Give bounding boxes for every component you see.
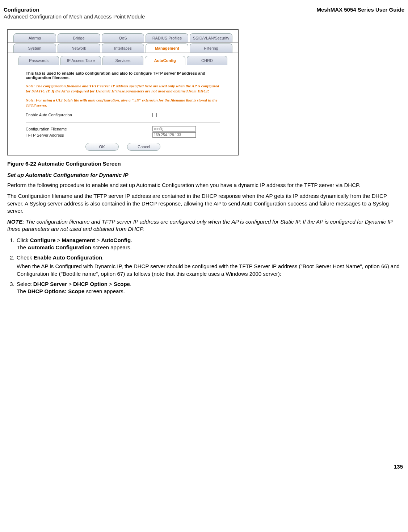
- footer-rule: [4, 462, 404, 462]
- config-screenshot: Alarms Bridge QoS RADIUS Profiles SSID/V…: [7, 29, 239, 155]
- step-1-screenname: Automatic Configuration: [28, 244, 91, 250]
- enable-autoconfig-label: Enable Auto Configuration: [26, 113, 152, 117]
- header-rule: [4, 22, 404, 22]
- note-cli-ext: Note: For using a CLI batch file with au…: [26, 97, 220, 108]
- section-heading: Set up Automatic Configuration for Dynam…: [7, 172, 404, 178]
- divider: [26, 122, 220, 122]
- config-filename-label: Configuration Filename: [26, 127, 152, 131]
- tftp-address-input[interactable]: 169.254.128.133: [152, 132, 196, 138]
- page-number: 135: [4, 464, 404, 470]
- tab-alarms[interactable]: Alarms: [13, 33, 56, 42]
- section-subtitle: Advanced Configuration of Mesh and Acces…: [4, 13, 404, 20]
- step-1-autoconfig: AutoConfig: [101, 237, 131, 243]
- tab-ssid[interactable]: SSID/VLAN/Security: [190, 33, 232, 42]
- figure-caption: Figure 6-22 Automatic Configuration Scre…: [7, 161, 404, 167]
- note-label: NOTE:: [7, 219, 24, 225]
- step-1: Click Configure > Management > AutoConfi…: [16, 237, 404, 252]
- steps-list: Click Configure > Management > AutoConfi…: [16, 237, 404, 295]
- tab-filtering[interactable]: Filtering: [190, 43, 232, 53]
- enable-autoconfig-checkbox[interactable]: [152, 113, 157, 117]
- tab-radius[interactable]: RADIUS Profiles: [146, 33, 188, 42]
- step-1-configure: Configure: [30, 237, 56, 243]
- guide-title: MeshMAX 5054 Series User Guide: [316, 7, 404, 13]
- step-3-the: The: [17, 288, 28, 294]
- step-2-check: Check: [17, 254, 34, 261]
- step-3-scope: Scope: [114, 281, 130, 287]
- step-2-enable: Enable Auto Configuration: [34, 254, 102, 261]
- para-intro: Perform the following procedure to enabl…: [7, 182, 404, 189]
- ok-button[interactable]: OK: [85, 143, 119, 151]
- tab-autoconfig[interactable]: AutoConfig: [145, 56, 185, 65]
- tab-bridge[interactable]: Bridge: [58, 33, 100, 42]
- tab-interfaces[interactable]: Interfaces: [102, 43, 144, 53]
- tab-management[interactable]: Management: [146, 43, 188, 53]
- note-static-ip: Note: The configuration filename and TFT…: [26, 83, 220, 94]
- cancel-button[interactable]: Cancel: [127, 143, 160, 151]
- tab-row-1: Alarms Bridge QoS RADIUS Profiles SSID/V…: [8, 33, 238, 43]
- step-3-select: Select: [17, 281, 33, 287]
- step-2: Check Enable Auto Configuration. When th…: [16, 254, 404, 278]
- step-1-the: The: [17, 244, 28, 250]
- section-title: Configuration: [4, 7, 39, 13]
- tab-system[interactable]: System: [13, 43, 56, 53]
- step-3-dhcpserver: DHCP Server: [33, 281, 67, 287]
- tab-services[interactable]: Services: [102, 56, 143, 65]
- note-paragraph: NOTE: The configuration filename and TFT…: [7, 218, 404, 233]
- para-dhcp: The Configuration filename and the TFTP …: [7, 192, 404, 215]
- step-3-appears: screen appears.: [84, 288, 125, 294]
- tab-network[interactable]: Network: [58, 43, 100, 53]
- tab-chrd[interactable]: CHRD: [187, 56, 227, 65]
- tab-ipaccess[interactable]: IP Access Table: [60, 56, 101, 65]
- note-text: The configuration filename and TFTP serv…: [7, 219, 392, 232]
- tab-qos[interactable]: QoS: [102, 33, 144, 42]
- step-2-detail: When the AP is Configured with Dynamic I…: [17, 263, 404, 278]
- config-filename-input[interactable]: config: [152, 126, 196, 132]
- tab-description: This tab is used to enable auto configur…: [26, 71, 220, 80]
- step-1-management: Management: [62, 237, 95, 243]
- step-1-text: Click: [17, 237, 30, 243]
- tab-passwords[interactable]: Passwords: [18, 56, 59, 65]
- step-1-appears: screen appears.: [91, 244, 132, 250]
- step-3-scopescreen: DHCP Options: Scope: [28, 288, 84, 294]
- step-3-dhcpoption: DHCP Option: [73, 281, 108, 287]
- tftp-address-label: TFTP Server Address: [26, 133, 152, 137]
- tab-row-2: System Network Interfaces Management Fil…: [8, 43, 238, 53]
- tab-row-3: Passwords IP Access Table Services AutoC…: [8, 56, 238, 65]
- step-3: Select DHCP Server > DHCP Option > Scope…: [16, 280, 404, 295]
